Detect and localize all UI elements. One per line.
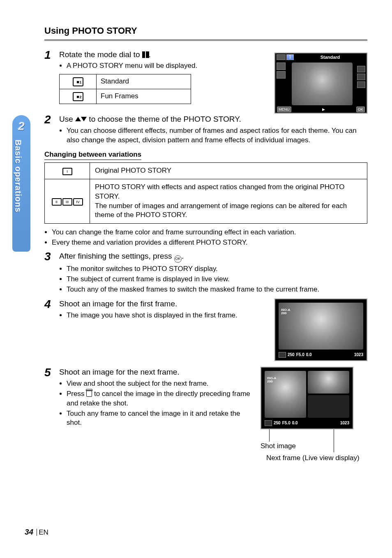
up-arrow-icon — [75, 117, 81, 121]
variation-desc: Original PHOTO STORY — [90, 162, 367, 179]
note-bullet: You can change the frame color and frame… — [52, 228, 367, 237]
step-2: 2 Use to choose the theme of the PHOTO S… — [44, 114, 367, 146]
page-heading: Using PHOTO STORY — [44, 25, 367, 37]
layout-icon — [265, 420, 272, 426]
step-bullet: Touch any frame to cancel the image in i… — [67, 409, 252, 428]
theme-label-fun: Fun Frames — [97, 89, 191, 104]
step-number: 2 — [44, 114, 53, 125]
section-number: 2 — [12, 118, 30, 134]
variation-4-icon: IV — [73, 198, 83, 206]
step-3: 3 After finishing the settings, press OK… — [44, 251, 367, 295]
step-bullet: View and shoot the subject for the next … — [67, 379, 252, 389]
variation-2-icon: II — [52, 198, 62, 206]
trash-icon — [86, 390, 92, 397]
photo-story-icon — [277, 54, 286, 60]
step-4: 4 Shoot an image for the first frame. Th… — [44, 299, 266, 321]
remaining-count: 1023 — [340, 420, 349, 426]
step-bullet: Touch any of the masked frames to switch… — [67, 285, 367, 294]
heading-rule — [44, 39, 367, 41]
note-bullet: Every theme and variation provides a dif… — [52, 238, 367, 248]
menu-ok-button: OK — [356, 107, 365, 112]
menu-back-button: MENU — [277, 107, 291, 112]
step-number: 5 — [44, 367, 53, 378]
remaining-count: 1023 — [354, 352, 363, 358]
layout-icon — [279, 352, 286, 358]
iso-label: ISO-A200 — [281, 308, 290, 315]
photo-story-mode-icon — [142, 51, 149, 58]
step-bullet: The subject of current frame is displaye… — [67, 275, 367, 284]
section-title: Basic operations — [12, 140, 23, 213]
step-bullet: You can choose different effects, number… — [67, 126, 367, 145]
step-number: 3 — [44, 251, 53, 262]
subheading: Changing between variations — [44, 150, 367, 160]
variation-3-icon: III — [62, 198, 72, 206]
left-theme-icons — [277, 63, 286, 79]
shutter-value: 250 — [288, 352, 295, 358]
page-footer: 34EN — [25, 527, 48, 537]
menu-screenshot: 1 Standard MENU ▶ OK — [274, 53, 367, 113]
first-frame-display: ISO-A200 250 F5.0 0.0 1023 — [274, 299, 367, 361]
aperture-value: F5.0 — [296, 352, 304, 358]
step-text: Use to choose the theme of the PHOTO STO… — [59, 114, 367, 125]
theme-label-standard: Standard — [97, 74, 191, 89]
variation-1-icon: I — [62, 168, 72, 175]
section-tab: 2 Basic operations — [12, 115, 30, 252]
step-bullet: Press to cancel the image in the directl… — [67, 389, 252, 408]
callout-next-frame: Next frame (Live view display) — [266, 454, 367, 463]
preview-image — [292, 63, 353, 105]
variation-desc: PHOTO STORY with effects and aspect rati… — [90, 179, 367, 224]
step-text: Shoot an image for the first frame. — [59, 299, 266, 309]
step-number: 4 — [44, 299, 53, 310]
nav-indicator: ▶ — [322, 107, 325, 112]
theme-2-icon: ■2 — [73, 92, 83, 101]
step-text: After finishing the settings, press OK. — [59, 251, 367, 263]
step-bullet: The monitor switches to PHOTO STORY disp… — [67, 264, 367, 274]
down-arrow-icon — [81, 117, 87, 121]
step-number: 1 — [44, 49, 53, 61]
step-text: Shoot an image for the next frame. — [59, 367, 252, 377]
iso-label: ISO-A200 — [267, 377, 276, 383]
ev-value: 0.0 — [306, 352, 312, 358]
page-lang: EN — [39, 528, 48, 536]
ok-button-icon: OK — [174, 255, 182, 263]
variations-table: I Original PHOTO STORY IIIIIIV PHOTO STO… — [44, 162, 367, 224]
ev-value: 0.0 — [292, 420, 298, 426]
next-frame-display: ISO-A200 250 F5.0 0.0 1023 — [261, 367, 353, 429]
shutter-value: 250 — [274, 420, 281, 426]
right-variation-icons — [357, 66, 365, 88]
theme-number: 1 — [286, 54, 294, 60]
theme-1-icon: ■1 — [73, 77, 83, 86]
step-5: 5 Shoot an image for the next frame. Vie… — [44, 367, 252, 428]
aperture-value: F5.0 — [282, 420, 291, 426]
step-bullet: The image you have shot is displayed in … — [67, 311, 266, 320]
page-number: 34 — [25, 528, 33, 536]
theme-table: ■1Standard ■2Fun Frames — [59, 74, 191, 104]
theme-label: Standard — [294, 54, 367, 60]
